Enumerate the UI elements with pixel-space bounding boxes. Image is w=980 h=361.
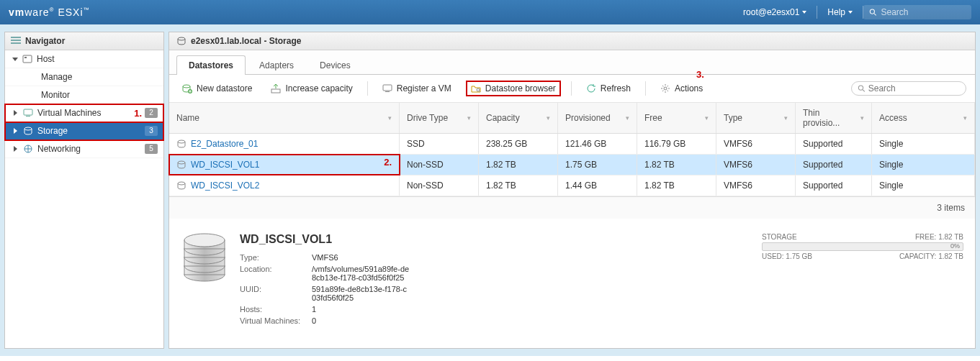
- detail-title: WD_ISCSI_VOL1: [240, 233, 411, 246]
- prop-key: Type:: [240, 253, 312, 262]
- capacity-icon: [271, 83, 281, 93]
- prop-value: 591a89fe-de8cb13e-f178-c03fd56f0f25: [312, 285, 411, 302]
- new-datastore-button[interactable]: New datastore: [178, 81, 256, 96]
- network-icon: [23, 144, 33, 154]
- svg-point-24: [178, 182, 185, 185]
- nav-storage[interactable]: Storage 3: [5, 122, 163, 140]
- cell-thin: Supported: [796, 175, 872, 196]
- detail-property: Location:/vmfs/volumes/591a89fe-de8cb13e…: [240, 263, 411, 283]
- col-provisioned[interactable]: Provisioned▾: [558, 103, 637, 133]
- nav-networking[interactable]: Networking 5: [5, 140, 163, 158]
- brand-logo: vmware® ESXi™: [9, 6, 90, 18]
- detail-panel: WD_ISCSI_VOL1 Type:VMFS6Location:/vmfs/v…: [169, 219, 975, 348]
- table-header: Name▾ Drive Type▾ Capacity▾ Provisioned▾…: [169, 103, 975, 134]
- prop-key: Location:: [240, 265, 312, 282]
- storage-label: STORAGE: [762, 233, 797, 241]
- tab-adapters[interactable]: Adapters: [247, 55, 306, 75]
- datastore-table: Name▾ Drive Type▾ Capacity▾ Provisioned▾…: [169, 103, 975, 219]
- svg-rect-3: [11, 40, 21, 41]
- register-vm-icon: [382, 83, 392, 93]
- chevron-right-icon: [14, 146, 17, 152]
- search-icon: [858, 84, 866, 93]
- datastore-link[interactable]: E2_Datastore_01: [191, 139, 258, 149]
- cell-drive: SSD: [400, 134, 479, 154]
- svg-rect-6: [24, 57, 27, 58]
- svg-point-9: [24, 127, 32, 130]
- datastore-large-icon: [181, 233, 228, 288]
- svg-rect-7: [24, 109, 32, 115]
- svg-rect-16: [385, 91, 390, 92]
- svg-point-33: [184, 234, 225, 247]
- datastore-icon: [176, 36, 186, 46]
- cell-capacity: 1.82 TB: [479, 175, 558, 196]
- cell-access: Single: [872, 134, 975, 154]
- search-icon: [869, 8, 877, 17]
- cell-provisioned: 1.75 GB: [558, 155, 637, 175]
- nav-virtual-machines[interactable]: Virtual Machines 1. 2: [5, 104, 163, 122]
- datastore-icon: [23, 126, 33, 136]
- annotation-2: 2.: [384, 157, 392, 168]
- table-footer: 3 items: [169, 196, 975, 219]
- svg-rect-15: [383, 85, 392, 91]
- refresh-button[interactable]: Refresh: [582, 81, 635, 96]
- cell-type: VMFS6: [716, 155, 796, 175]
- actions-button[interactable]: Actions: [656, 81, 707, 96]
- storage-percent: 0%: [950, 242, 960, 250]
- prop-key: Virtual Machines:: [240, 316, 312, 325]
- breadcrumb: e2esx01.lab.local - Storage: [169, 32, 975, 50]
- table-search[interactable]: [851, 81, 966, 96]
- datastore-browser-button[interactable]: Datastore browser: [466, 81, 561, 96]
- col-type[interactable]: Type▾: [716, 103, 796, 133]
- col-free[interactable]: Free▾: [637, 103, 716, 133]
- nav-host[interactable]: Host: [5, 50, 163, 68]
- tab-datastores[interactable]: Datastores: [176, 55, 246, 75]
- col-name[interactable]: Name▾: [169, 103, 400, 133]
- badge: 2: [145, 108, 158, 118]
- user-menu[interactable]: root@e2esx01: [733, 7, 817, 17]
- datastore-link[interactable]: WD_ISCSI_VOL1: [191, 160, 259, 170]
- col-thin-provisioning[interactable]: Thin provisio...▾: [796, 103, 872, 133]
- cell-free: 1.82 TB: [637, 175, 716, 196]
- tab-devices[interactable]: Devices: [307, 55, 363, 75]
- datastore-icon: [176, 160, 186, 170]
- table-row[interactable]: WD_ISCSI_VOL12.Non-SSD1.82 TB1.75 GB1.82…: [169, 155, 975, 175]
- storage-used: USED: 1.75 GB: [762, 252, 812, 260]
- svg-point-22: [178, 140, 185, 143]
- table-row[interactable]: WD_ISCSI_VOL2Non-SSD1.82 TB1.44 GB1.82 T…: [169, 175, 975, 196]
- gear-icon: [660, 83, 670, 93]
- prop-key: UUID:: [240, 285, 312, 302]
- help-menu[interactable]: Help: [817, 7, 863, 17]
- navigator-panel: Navigator Host Manage Monitor Virtual Ma…: [4, 32, 164, 349]
- increase-capacity-button[interactable]: Increase capacity: [266, 81, 356, 96]
- table-row[interactable]: E2_Datastore_01SSD238.25 GB121.46 GB116.…: [169, 134, 975, 155]
- register-vm-button[interactable]: Register a VM: [378, 81, 456, 96]
- cell-capacity: 1.82 TB: [479, 155, 558, 175]
- table-search-input[interactable]: [868, 83, 960, 93]
- navigator-header: Navigator: [5, 32, 163, 50]
- host-icon: [22, 54, 32, 64]
- svg-rect-8: [26, 116, 30, 116]
- storage-usage: STORAGE FREE: 1.82 TB 0% USED: 1.75 GB C…: [762, 233, 963, 260]
- global-search[interactable]: [863, 5, 971, 19]
- refresh-icon: [586, 83, 596, 93]
- svg-point-0: [870, 9, 874, 14]
- nav-manage[interactable]: Manage: [5, 68, 163, 86]
- detail-property: Hosts:1: [240, 303, 411, 315]
- col-access[interactable]: Access▾: [872, 103, 975, 133]
- datastore-link[interactable]: WD_ISCSI_VOL2: [191, 180, 259, 191]
- chevron-right-icon: [14, 110, 17, 116]
- cell-access: Single: [872, 175, 975, 196]
- cell-provisioned: 1.44 GB: [558, 175, 637, 196]
- cell-thin: Supported: [796, 155, 872, 175]
- annotation-3: 3.: [696, 69, 704, 80]
- col-drive-type[interactable]: Drive Type▾: [400, 103, 479, 133]
- datastore-icon: [176, 180, 186, 191]
- badge: 3: [145, 126, 158, 136]
- nav-monitor[interactable]: Monitor: [5, 86, 163, 104]
- col-capacity[interactable]: Capacity▾: [479, 103, 558, 133]
- global-search-input[interactable]: [881, 7, 966, 17]
- prop-value: 0: [312, 316, 411, 325]
- toolbar: New datastore Increase capacity Register…: [169, 75, 975, 103]
- cell-drive: Non-SSD: [400, 175, 479, 196]
- svg-line-21: [863, 90, 865, 92]
